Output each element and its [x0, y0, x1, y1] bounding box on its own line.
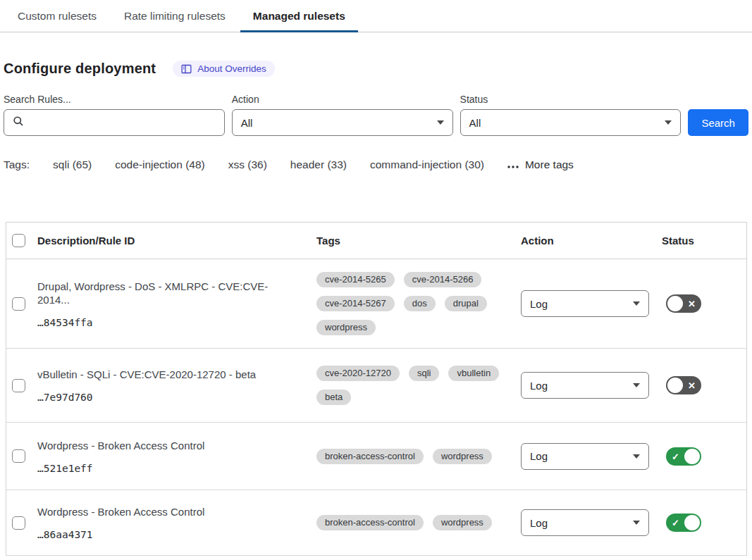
- tag-pill: vbulletin: [448, 366, 499, 381]
- tag-pill: cve-2014-5265: [316, 272, 395, 287]
- column-header-status: Status: [662, 235, 746, 247]
- page-title: Configure deployment: [4, 61, 156, 77]
- table-header-row: Description/Rule ID Tags Action Status: [6, 223, 746, 259]
- search-icon: [13, 116, 24, 130]
- row-checkbox[interactable]: [12, 297, 25, 311]
- tag-pill: cve-2014-5266: [404, 272, 482, 287]
- tag-pill: wordpress: [433, 449, 492, 464]
- rule-id: …7e97d760: [37, 392, 300, 403]
- tab-managed-rulesets[interactable]: Managed rulesets: [253, 0, 345, 32]
- action-filter-field: Action All: [232, 94, 453, 136]
- tag-pill: wordpress: [433, 515, 492, 530]
- table-row: vBulletin - SQLi - CVE:CVE-2020-12720 - …: [6, 349, 746, 423]
- rule-action-select[interactable]: Log: [521, 509, 649, 536]
- tag-filter-header[interactable]: header (33): [290, 158, 347, 171]
- status-toggle[interactable]: [666, 447, 701, 466]
- status-toggle[interactable]: [666, 376, 701, 394]
- rule-tags: broken-access-control wordpress: [316, 515, 521, 530]
- table-row: Wordpress - Broken Access Control …86aa4…: [6, 490, 746, 556]
- tags-bar: Tags: sqli (65) code-injection (48) xss …: [4, 158, 748, 171]
- status-toggle[interactable]: [666, 294, 701, 313]
- status-filter-select[interactable]: All: [460, 109, 682, 136]
- rule-description: Wordpress - Broken Access Control: [37, 439, 300, 452]
- more-tags-button[interactable]: More tags: [507, 158, 574, 171]
- heading-row: Configure deployment About Overrides: [4, 61, 748, 77]
- tag-pill: wordpress: [316, 320, 376, 335]
- tab-rate-limiting-rulesets[interactable]: Rate limiting rulesets: [124, 0, 226, 32]
- tag-filter-sqli[interactable]: sqli (65): [53, 158, 92, 171]
- tag-pill: beta: [316, 390, 351, 405]
- action-filter-label: Action: [232, 94, 453, 105]
- chevron-down-icon: [437, 120, 444, 125]
- action-filter-value: All: [241, 117, 253, 129]
- rule-id: …84534ffa: [37, 317, 300, 328]
- row-checkbox[interactable]: [12, 449, 25, 463]
- status-filter-field: Status All: [460, 94, 682, 136]
- rule-action-value: Log: [530, 380, 548, 392]
- filters-row: Search Rules... Action All Status: [4, 94, 748, 136]
- search-button[interactable]: Search: [688, 109, 748, 136]
- row-checkbox[interactable]: [12, 379, 25, 392]
- about-overrides-label: About Overrides: [197, 63, 266, 74]
- tag-pill: sqli: [409, 366, 440, 381]
- chevron-down-icon: [633, 454, 640, 459]
- search-field: Search Rules...: [4, 94, 225, 136]
- tab-custom-rulesets[interactable]: Custom rulesets: [18, 0, 97, 32]
- column-header-description: Description/Rule ID: [37, 235, 316, 247]
- rules-table: Description/Rule ID Tags Action Status D…: [6, 222, 747, 556]
- managed-rulesets-panel: Configure deployment About Overrides Sea…: [0, 61, 752, 556]
- rule-id: …521e1eff: [37, 463, 300, 474]
- rule-tags: cve-2014-5265 cve-2014-5266 cve-2014-526…: [316, 272, 521, 335]
- chevron-down-icon: [665, 120, 672, 125]
- book-icon: [181, 64, 192, 74]
- rule-description: Drupal, Wordpress - DoS - XMLRPC - CVE:C…: [37, 280, 300, 306]
- tag-filter-xss[interactable]: xss (36): [228, 158, 267, 171]
- column-header-action: Action: [521, 235, 662, 247]
- more-tags-label: More tags: [525, 158, 574, 171]
- rule-action-select[interactable]: Log: [521, 443, 649, 470]
- tag-pill: cve-2020-12720: [316, 366, 400, 381]
- tag-filter-code-injection[interactable]: code-injection (48): [115, 158, 205, 171]
- row-checkbox[interactable]: [12, 516, 25, 530]
- rule-description: vBulletin - SQLi - CVE:CVE-2020-12720 - …: [37, 368, 300, 381]
- ellipsis-icon: [507, 158, 519, 171]
- tag-pill: cve-2014-5267: [316, 296, 395, 311]
- chevron-down-icon: [633, 521, 640, 525]
- rule-tags: broken-access-control wordpress: [316, 449, 521, 464]
- about-overrides-badge[interactable]: About Overrides: [173, 61, 275, 77]
- tag-pill: broken-access-control: [316, 515, 424, 530]
- search-box: [4, 109, 225, 136]
- tag-pill: broken-access-control: [316, 449, 424, 464]
- rule-action-select[interactable]: Log: [521, 290, 649, 317]
- rule-action-value: Log: [530, 450, 548, 462]
- rule-action-value: Log: [530, 298, 548, 310]
- column-header-tags: Tags: [316, 235, 521, 247]
- rule-tags: cve-2020-12720 sqli vbulletin beta: [316, 366, 521, 405]
- select-all-checkbox[interactable]: [12, 234, 25, 247]
- status-filter-value: All: [469, 117, 481, 129]
- tags-label: Tags:: [4, 158, 30, 171]
- tag-pill: dos: [404, 296, 436, 311]
- rule-id: …86aa4371: [37, 529, 300, 540]
- rule-action-select[interactable]: Log: [521, 372, 649, 399]
- chevron-down-icon: [633, 383, 640, 387]
- table-row: Drupal, Wordpress - DoS - XMLRPC - CVE:C…: [6, 259, 746, 349]
- action-filter-select[interactable]: All: [232, 109, 453, 136]
- rule-action-value: Log: [530, 517, 548, 529]
- tab-bar: Custom rulesets Rate limiting rulesets M…: [0, 0, 752, 32]
- chevron-down-icon: [633, 301, 640, 306]
- search-rules-label: Search Rules...: [4, 94, 225, 105]
- table-row: Wordpress - Broken Access Control …521e1…: [6, 423, 746, 490]
- search-input[interactable]: [30, 117, 216, 129]
- tag-filter-command-injection[interactable]: command-injection (30): [370, 158, 484, 171]
- status-toggle[interactable]: [666, 514, 701, 532]
- status-filter-label: Status: [460, 94, 682, 105]
- tag-pill: drupal: [445, 296, 487, 311]
- rule-description: Wordpress - Broken Access Control: [37, 505, 300, 518]
